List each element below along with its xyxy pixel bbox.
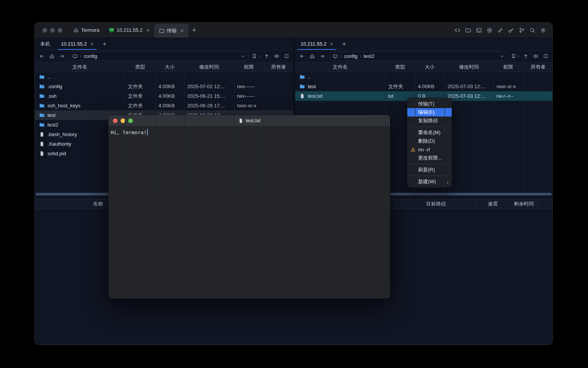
path-segment[interactable]: config (344, 53, 358, 59)
folder-icon (39, 122, 45, 128)
column-header-3[interactable]: 修改时间 (184, 64, 234, 71)
document-icon (238, 118, 243, 123)
keychain-button[interactable] (506, 26, 516, 35)
menu-item-6[interactable]: rm -rf (407, 145, 452, 154)
show-hidden-files-button[interactable] (531, 52, 540, 61)
file-row-ssh_host_keys[interactable]: ssh_host_keys文件夹4.00KB2025-06-26 17:...r… (35, 101, 293, 110)
column-header-0[interactable]: 文件名 (35, 64, 125, 71)
close-tab-icon[interactable]: × (181, 28, 184, 33)
file-row-test[interactable]: test文件夹4.00KB2025-07-03 12:...rwxr-xr-x (295, 82, 552, 91)
file-name-cell: .config (35, 84, 125, 89)
path-segment[interactable]: config (84, 53, 97, 59)
computer-icon (72, 54, 78, 59)
column-header-4[interactable]: 权限 (234, 64, 264, 71)
fork-button[interactable] (517, 26, 526, 35)
column-header-5[interactable]: 所有者 (264, 64, 293, 71)
file-type-cell: 文件夹 (125, 93, 155, 100)
tab-termora-home[interactable]: Termora (69, 23, 104, 38)
parent-directory-button[interactable] (262, 52, 271, 61)
settings-button[interactable] (539, 26, 548, 35)
menu-item-5[interactable]: 删除(D) (407, 137, 452, 145)
transfer-column-header-2[interactable]: 目标路径 (396, 199, 476, 209)
refresh-button[interactable] (282, 52, 291, 61)
bookmark-button[interactable] (511, 52, 520, 61)
forward-button[interactable] (57, 52, 66, 61)
table-body: ..test文件夹4.00KB2025-07-03 12:...rwxr-xr-… (295, 72, 552, 101)
close-window-button[interactable] (42, 28, 47, 33)
file-type-cell: 文件夹 (125, 83, 155, 90)
forward-button[interactable] (317, 52, 327, 61)
close-tab-icon[interactable]: × (90, 41, 93, 47)
bookmark-button[interactable] (252, 52, 261, 61)
tab-transfer[interactable]: 传输 × (154, 24, 188, 38)
show-hidden-files-button[interactable] (272, 52, 281, 61)
zoom-window-button[interactable] (58, 28, 62, 33)
editor-titlebar[interactable]: test.txt (108, 115, 390, 127)
menu-item-label: 传输(T) (418, 100, 434, 107)
tab-ssh-session[interactable]: 10.211.55.2 × (104, 23, 154, 38)
transfer-column-header-3[interactable]: 速度 (476, 199, 510, 209)
zoom-window-button[interactable] (128, 118, 133, 123)
edit-button[interactable] (496, 26, 505, 35)
column-header-1[interactable]: 类型 (125, 64, 155, 71)
file-name-cell: .. (35, 74, 125, 80)
new-tab-button[interactable]: + (188, 23, 200, 38)
menu-item-label: 重命名(M) (418, 129, 441, 136)
refresh-button[interactable] (541, 52, 550, 61)
breadcrumb: config (72, 53, 241, 59)
parent-directory-button[interactable] (521, 52, 530, 61)
tab-remote-host[interactable]: 10.211.55.2 × (295, 38, 338, 50)
menu-item-11[interactable]: 新建(W)› (407, 177, 452, 186)
editor-content[interactable]: Hi, Termora! (108, 127, 390, 138)
column-header-1[interactable]: 类型 (385, 64, 415, 71)
column-divider (264, 62, 264, 192)
new-pane-tab-button[interactable]: + (99, 38, 110, 50)
menu-item-4[interactable]: 重命名(M) (407, 128, 452, 137)
column-header-4[interactable]: 权限 (493, 64, 523, 71)
close-window-button[interactable] (113, 118, 118, 123)
path-bar[interactable]: configtest2 (330, 52, 508, 61)
sftp-button[interactable] (464, 26, 473, 35)
close-tab-icon[interactable]: × (330, 41, 333, 47)
path-segment[interactable]: test2 (364, 53, 374, 59)
file-row-..[interactable]: .. (35, 72, 293, 82)
transfer-column-header-5[interactable] (538, 199, 553, 209)
path-bar[interactable]: config (69, 52, 248, 61)
transfer-column-header-4[interactable]: 剩余时间 (510, 199, 538, 209)
log-button[interactable] (474, 26, 483, 35)
minimize-window-button[interactable] (50, 28, 55, 33)
back-button[interactable] (297, 52, 307, 61)
menu-item-2[interactable]: 复制路径 (407, 117, 452, 125)
new-pane-tab-button[interactable]: + (338, 38, 350, 50)
column-header-5[interactable]: 所有者 (523, 64, 552, 71)
menu-item-9[interactable]: 刷新(R) (407, 166, 452, 174)
eye-icon (274, 53, 279, 59)
close-tab-icon[interactable]: × (146, 28, 149, 33)
file-row-.ssh[interactable]: .ssh文件夹4.00KB2025-06-21 15:...rwx------ (35, 91, 293, 101)
log-icon (476, 27, 482, 33)
record-button[interactable] (485, 26, 494, 35)
tab-remote-host[interactable]: 10.211.55.2 × (56, 38, 99, 50)
menu-item-0[interactable]: 传输(T) (407, 100, 452, 108)
refresh-icon (284, 53, 289, 59)
file-row-..[interactable]: .. (295, 72, 552, 82)
column-header-2[interactable]: 大小 (415, 64, 444, 71)
tab-label: 10.211.55.2 (117, 27, 143, 33)
column-header-0[interactable]: 文件名 (295, 64, 385, 71)
search-button[interactable] (528, 26, 537, 35)
chevron-down-icon[interactable] (500, 54, 505, 59)
menu-item-7[interactable]: 更改权限... (407, 154, 452, 162)
file-perm-cell: rwxr-xr-x (493, 84, 523, 89)
column-header-3[interactable]: 修改时间 (444, 64, 493, 71)
chevron-down-icon[interactable] (241, 54, 245, 59)
home-button[interactable] (307, 52, 317, 61)
code-button[interactable] (453, 26, 462, 35)
home-icon (309, 53, 315, 59)
ssh-host-icon (109, 27, 114, 33)
column-header-2[interactable]: 大小 (155, 64, 184, 71)
home-button[interactable] (47, 52, 56, 61)
menu-item-1[interactable]: 编辑(E) (407, 108, 452, 117)
tab-local-machine[interactable]: 本机 (35, 38, 56, 50)
back-button[interactable] (37, 52, 46, 61)
file-row-.config[interactable]: .config文件夹4.00KB2025-07-02 12:...rwx----… (35, 82, 293, 91)
